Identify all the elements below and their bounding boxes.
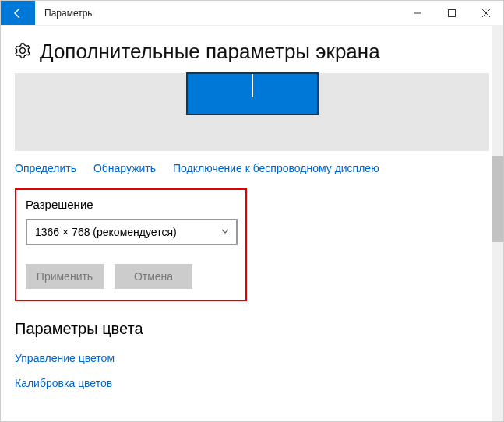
color-calibration-link[interactable]: Калибровка цветов [15, 377, 489, 389]
titlebar: Параметры [1, 1, 503, 26]
maximize-button[interactable] [435, 1, 469, 25]
back-button[interactable] [1, 1, 35, 25]
resolution-label: Разрешение [26, 198, 236, 211]
minimize-button[interactable] [400, 1, 435, 25]
close-icon [482, 9, 490, 17]
monitor-1[interactable] [186, 72, 319, 115]
window-title: Параметры [35, 1, 400, 25]
window-controls [400, 1, 503, 25]
resolution-buttons: Применить Отмена [26, 264, 236, 289]
identify-link[interactable]: Определить [15, 162, 76, 174]
resolution-dropdown[interactable]: 1366 × 768 (рекомендуется) [26, 219, 238, 245]
detect-link[interactable]: Обнаружить [93, 162, 156, 174]
scrollbar-thumb[interactable] [492, 156, 503, 242]
monitor-notch [252, 74, 253, 97]
display-preview [15, 73, 489, 151]
maximize-icon [448, 9, 456, 17]
minimize-icon [414, 9, 421, 17]
back-arrow-icon [12, 7, 24, 19]
wireless-link[interactable]: Подключение к беспроводному дисплею [173, 162, 379, 174]
display-actions: Определить Обнаружить Подключение к бесп… [15, 162, 489, 174]
page-title: Дополнительные параметры экрана [40, 40, 380, 64]
gear-icon [15, 43, 30, 61]
svg-rect-1 [449, 9, 456, 16]
apply-button[interactable]: Применить [26, 264, 104, 289]
cancel-button[interactable]: Отмена [115, 264, 192, 289]
page-header: Дополнительные параметры экрана [15, 40, 489, 64]
color-management-link[interactable]: Управление цветом [15, 352, 489, 364]
color-links: Управление цветом Калибровка цветов [15, 352, 489, 389]
close-button[interactable] [469, 1, 503, 25]
content-area: Дополнительные параметры экрана Определи… [1, 26, 503, 421]
scrollbar-track[interactable] [492, 26, 503, 421]
color-heading: Параметры цвета [15, 320, 489, 338]
chevron-down-icon [220, 226, 230, 238]
resolution-section: Разрешение 1366 × 768 (рекомендуется) Пр… [15, 188, 247, 301]
resolution-selected: 1366 × 768 (рекомендуется) [35, 226, 177, 238]
